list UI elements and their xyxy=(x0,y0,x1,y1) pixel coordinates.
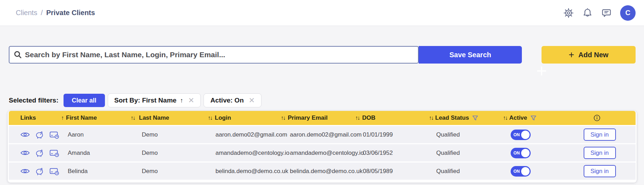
breadcrumb: Clients / Private Clients xyxy=(16,9,95,17)
sort-both-icon[interactable]: ↑↓ xyxy=(503,115,507,121)
row-links xyxy=(9,163,58,180)
cell-login: belinda.demo@demo.co.uk xyxy=(207,163,281,180)
sign-in-button[interactable]: Sign in xyxy=(584,165,616,177)
cell-lead-status: Qualified xyxy=(395,163,500,180)
table-header-row: Links ↑ First Name ↑↓ Last Name ↑↓ Login… xyxy=(9,111,636,125)
cell-active: ON xyxy=(500,126,558,143)
toggle-knob xyxy=(521,131,530,139)
sort-both-icon[interactable]: ↑↓ xyxy=(208,115,212,121)
column-label: Login xyxy=(215,114,231,121)
sort-both-icon[interactable]: ↑↓ xyxy=(281,115,285,121)
sort-asc-icon[interactable]: ↑ xyxy=(61,115,63,121)
add-new-label: Add New xyxy=(578,51,609,59)
column-label: First Name xyxy=(66,114,97,121)
piggy-bank-icon[interactable] xyxy=(35,149,44,157)
active-toggle[interactable]: ON xyxy=(511,148,531,158)
cell-actions: Sign in xyxy=(558,144,636,161)
piggy-bank-icon[interactable] xyxy=(35,131,44,139)
clear-all-button[interactable]: Clear all xyxy=(64,94,105,107)
column-header-active[interactable]: ↑↓ Active xyxy=(500,111,558,125)
view-eye-icon[interactable] xyxy=(20,168,30,174)
sign-in-button[interactable]: Sign in xyxy=(584,147,616,159)
column-header-last-name[interactable]: ↑↓ Last Name xyxy=(130,111,207,125)
toggle-knob xyxy=(521,149,530,157)
toggle-on-label: ON xyxy=(513,132,520,137)
cell-primary-email: belinda.demo@demo.co.uk xyxy=(281,163,354,180)
column-label: Links xyxy=(20,114,36,121)
toggle-on-label: ON xyxy=(513,169,520,174)
user-avatar[interactable]: C xyxy=(620,5,636,21)
cell-login: amandademo@centology.io xyxy=(207,144,281,161)
filter-chip-text: Active: On xyxy=(210,97,244,104)
column-header-info xyxy=(558,111,636,125)
column-label: Primary Email xyxy=(288,114,327,121)
cell-last-name: Demo xyxy=(130,144,207,161)
breadcrumb-clients[interactable]: Clients xyxy=(16,9,37,17)
settings-gear-icon[interactable] xyxy=(563,8,574,18)
breadcrumb-private-clients: Private Clients xyxy=(46,9,95,17)
cell-lead-status: Qualified xyxy=(395,144,500,161)
column-header-dob[interactable]: ↑↓ DOB xyxy=(354,111,395,125)
cell-active: ON xyxy=(500,144,558,161)
column-label: Active xyxy=(509,114,527,121)
search-row: Save Search + Add New xyxy=(9,46,522,64)
cell-lead-status: Qualified xyxy=(395,126,500,143)
sort-asc-arrow-icon: ↑ xyxy=(180,97,183,104)
plus-icon: + xyxy=(569,50,574,60)
selected-filters-label: Selected filters: xyxy=(9,97,59,104)
app-window: Clients / Private Clients xyxy=(0,0,644,185)
save-search-button[interactable]: Save Search xyxy=(419,46,522,64)
cell-dob: 03/06/1952 xyxy=(354,144,395,161)
sign-in-button[interactable]: Sign in xyxy=(584,128,616,141)
sort-both-icon[interactable]: ↑↓ xyxy=(355,115,359,121)
filter-funnel-icon[interactable] xyxy=(531,115,536,121)
table-row: Amanda Demo amandademo@centology.io aman… xyxy=(9,144,636,161)
cell-first-name: Amanda xyxy=(58,144,130,161)
sort-both-icon[interactable]: ↑↓ xyxy=(131,115,135,121)
cell-first-name: Aaron xyxy=(58,126,130,143)
cell-primary-email: aaron.demo02@gmail.com xyxy=(281,126,354,143)
active-toggle[interactable]: ON xyxy=(511,130,531,140)
cell-primary-email: amandademo@centology.io xyxy=(281,144,354,161)
remove-sort-filter-icon[interactable]: ✕ xyxy=(188,96,194,105)
filter-chip-active: Active: On ✕ xyxy=(204,93,261,107)
cell-last-name: Demo xyxy=(130,126,207,143)
filter-funnel-icon[interactable] xyxy=(472,115,478,121)
view-eye-icon[interactable] xyxy=(20,131,30,138)
column-label: DOB xyxy=(362,114,376,121)
row-links xyxy=(9,126,58,143)
breadcrumb-separator: / xyxy=(41,9,43,17)
selected-filters-row: Selected filters: Clear all Sort By: Fir… xyxy=(9,93,261,107)
table-row: Belinda Demo belinda.demo@demo.co.uk bel… xyxy=(9,163,636,180)
filter-chip-text: Sort By: First Name xyxy=(114,97,177,104)
column-label: Lead Status xyxy=(435,114,469,121)
toggle-knob xyxy=(521,167,530,176)
notifications-bell-icon[interactable] xyxy=(582,8,593,18)
topbar-icons: C xyxy=(563,5,636,21)
ghost-plus-icon: + xyxy=(536,60,547,81)
active-toggle[interactable]: ON xyxy=(511,166,531,177)
search-box xyxy=(9,46,419,64)
column-header-login[interactable]: ↑↓ Login xyxy=(207,111,281,125)
search-input[interactable] xyxy=(25,51,418,59)
toggle-on-label: ON xyxy=(513,151,520,156)
cell-first-name: Belinda xyxy=(58,163,130,180)
piggy-bank-icon[interactable] xyxy=(35,167,44,176)
messages-chat-icon[interactable] xyxy=(601,8,612,18)
cell-actions: Sign in xyxy=(558,163,636,180)
column-header-links: Links xyxy=(9,111,58,125)
column-header-lead-status[interactable]: ↑↓ Lead Status xyxy=(395,111,500,125)
column-header-first-name[interactable]: ↑ First Name xyxy=(58,111,130,125)
table-row: Aaron Demo aaron.demo02@gmail.com aaron.… xyxy=(9,126,636,143)
top-bar: Clients / Private Clients xyxy=(0,0,644,26)
cell-dob: 01/01/1999 xyxy=(354,126,395,143)
info-icon[interactable] xyxy=(593,114,600,121)
add-new-button[interactable]: + Add New xyxy=(542,46,636,64)
clients-table: Links ↑ First Name ↑↓ Last Name ↑↓ Login… xyxy=(8,111,637,183)
remove-active-filter-icon[interactable]: ✕ xyxy=(249,96,255,105)
sort-both-icon[interactable]: ↑↓ xyxy=(429,115,433,121)
cell-dob: 08/05/1989 xyxy=(354,163,395,180)
column-header-primary-email[interactable]: ↑↓ Primary Email xyxy=(281,111,354,125)
filter-chip-sort-by: Sort By: First Name ↑ ✕ xyxy=(108,93,201,107)
view-eye-icon[interactable] xyxy=(20,150,30,156)
